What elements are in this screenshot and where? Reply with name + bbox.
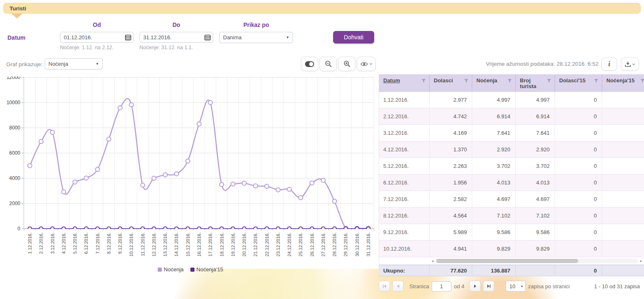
table-row[interactable]: 9.12.2016.5.9899.5869.5860 — [379, 224, 644, 241]
svg-text:11.12.2016.: 11.12.2016. — [140, 232, 145, 256]
table-row[interactable]: 1.12.2016.2.9774.9974.9970 — [379, 92, 644, 108]
column-label[interactable]: Broj turista — [520, 78, 547, 91]
column-header-1[interactable]: Dolasci — [430, 75, 472, 91]
calendar-icon[interactable] — [202, 34, 213, 41]
table-cell: 6.914 — [472, 108, 516, 124]
total-cell: 77.620 — [430, 265, 472, 276]
table-cell: 2.977 — [430, 92, 472, 108]
tab-turisti[interactable]: Turisti — [3, 3, 641, 14]
column-header-2[interactable]: Noćenja — [472, 75, 516, 91]
svg-text:10.12.2016.: 10.12.2016. — [129, 232, 134, 256]
legend-item-nocenja[interactable]: Noćenja — [158, 266, 184, 273]
table-cell: 7.102 — [516, 208, 555, 224]
table-cell: 9.586 — [516, 224, 555, 240]
table-cell: 3.702 — [516, 158, 555, 174]
scroll-left-icon[interactable]: ◂ — [430, 259, 435, 263]
table-cell: 6.12.2016. — [379, 175, 430, 191]
date-from-field[interactable]: 01.12.2016. — [60, 32, 134, 43]
column-label[interactable]: Dolasci'15 — [559, 78, 586, 91]
column-label[interactable]: Dolasci — [434, 78, 453, 91]
page-size-select[interactable]: 10 ▼ — [506, 281, 526, 292]
first-page-button[interactable] — [379, 281, 390, 292]
table-row[interactable]: 2.12.2016.4.7426.9146.9140 — [379, 108, 644, 125]
table-cell: 4.697 — [516, 191, 555, 207]
graf-prikazuje-select[interactable]: Noćenja ▼ — [45, 58, 103, 69]
table-row[interactable]: 3.12.2016.4.1697.6417.6410 — [379, 125, 644, 141]
table-cell: 2.920 — [516, 141, 555, 158]
info-button[interactable]: i — [601, 57, 617, 71]
chart-toggle-button[interactable] — [301, 57, 318, 71]
table-row[interactable]: 5.12.2016.2.2633.7023.7020 — [379, 158, 644, 175]
table-row[interactable]: 8.12.2016.4.5647.1027.1020 — [379, 208, 644, 224]
table-cell — [602, 125, 644, 141]
svg-text:31.12.2016.: 31.12.2016. — [366, 232, 371, 256]
filter-icon[interactable] — [507, 79, 512, 83]
total-cell — [516, 265, 555, 276]
zoom-out-button[interactable] — [320, 57, 337, 71]
table-cell: 4.997 — [472, 92, 516, 108]
column-header-4[interactable]: Dolasci'15 — [555, 75, 602, 91]
datum-label: Datum — [7, 34, 26, 41]
visibility-menu-button[interactable] — [357, 57, 376, 71]
svg-text:24.12.2016.: 24.12.2016. — [287, 232, 292, 256]
export-button[interactable] — [621, 57, 639, 71]
prev-page-button[interactable] — [392, 281, 404, 292]
filter-icon[interactable] — [421, 79, 426, 83]
next-page-icon — [473, 284, 477, 288]
filter-icon[interactable] — [640, 79, 644, 83]
column-label[interactable]: Noćenja'15 — [606, 78, 634, 91]
table-cell: 0 — [555, 191, 602, 207]
scrollbar-thumb[interactable] — [436, 259, 578, 263]
date-from-value[interactable]: 01.12.2016. — [60, 34, 123, 41]
last-page-button[interactable] — [483, 281, 494, 292]
table-cell — [602, 92, 644, 108]
calendar-icon[interactable] — [123, 34, 133, 41]
filter-icon[interactable] — [464, 79, 469, 83]
table-row[interactable]: 10.12.2016.4.9419.8299.8290 — [379, 241, 644, 257]
table-cell: 7.12.2016. — [379, 191, 430, 207]
prikaz-po-select[interactable]: Danima ▼ — [219, 32, 293, 43]
zoom-in-button[interactable] — [338, 57, 356, 71]
column-header-5[interactable]: Noćenja'15 — [602, 75, 644, 91]
tab-pointer-icon — [12, 14, 22, 19]
table-cell: 4.997 — [516, 92, 555, 108]
legend-item-nocenja15[interactable]: Noćenja'15 — [190, 266, 223, 273]
graf-prikazuje-label: Graf prikazuje: — [6, 61, 43, 67]
filter-icon[interactable] — [547, 79, 551, 83]
line-chart: 0200040006000800010000120001.12.2016.2.1… — [6, 77, 375, 266]
table-row[interactable]: 4.12.2016.1.3702.9202.9200 — [379, 141, 644, 158]
column-label[interactable]: Datum — [383, 78, 400, 91]
svg-text:20.12.2016.: 20.12.2016. — [242, 232, 247, 256]
scroll-right-icon[interactable]: ▸ — [638, 259, 644, 263]
column-header-3[interactable]: Broj turista — [516, 75, 555, 91]
page-input[interactable] — [432, 281, 452, 292]
next-page-button[interactable] — [469, 281, 481, 292]
od-label: Od — [60, 22, 134, 28]
table-row[interactable]: 6.12.2016.1.9564.0134.0130 — [379, 175, 644, 191]
svg-text:18.12.2016.: 18.12.2016. — [219, 232, 224, 256]
horizontal-scrollbar[interactable]: ◂▸ — [379, 257, 644, 265]
scrollbar-track[interactable] — [435, 258, 638, 263]
total-label: Ukupno: — [379, 265, 430, 276]
table-row[interactable]: 7.12.2016.2.5824.6974.6970 — [379, 191, 644, 208]
page-count-label: od 4 — [454, 283, 464, 289]
table-cell — [602, 141, 644, 158]
column-header-0[interactable]: Datum — [379, 75, 430, 91]
table-cell: 0 — [555, 92, 602, 108]
data-updated-label: Vrijeme ažurnosti podataka: 28.12.2016. … — [486, 61, 598, 67]
date-to-value[interactable]: 31.12.2016. — [140, 34, 202, 41]
table-cell: 0 — [555, 175, 602, 191]
svg-text:3.12.2016.: 3.12.2016. — [50, 232, 55, 254]
do-label: Do — [139, 22, 213, 28]
table-cell — [602, 208, 644, 224]
dohvati-button[interactable]: Dohvati — [333, 31, 374, 43]
last-page-icon — [487, 284, 491, 288]
table-cell: 9.829 — [516, 241, 555, 257]
table-cell: 4.742 — [430, 108, 472, 124]
column-label[interactable]: Noćenja — [476, 78, 497, 91]
filter-icon[interactable] — [594, 79, 598, 83]
svg-text:29.12.2016.: 29.12.2016. — [343, 232, 348, 256]
legend-swatch-light — [158, 268, 162, 272]
date-to-field[interactable]: 31.12.2016. — [139, 32, 213, 43]
table-cell: 9.586 — [472, 224, 516, 240]
